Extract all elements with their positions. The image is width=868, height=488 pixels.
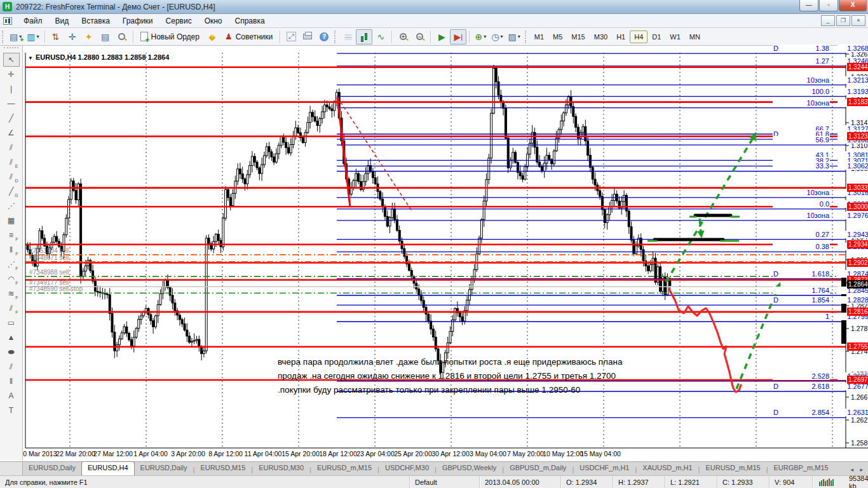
chart-tab-eurusd-m15[interactable]: EURUSD,M15 xyxy=(194,462,251,475)
chart-canvas[interactable] xyxy=(0,0,868,488)
timeframe-mn-button[interactable]: MN xyxy=(685,30,705,43)
text-tool[interactable]: A xyxy=(3,389,20,403)
menu-вид[interactable]: Вид xyxy=(49,15,76,27)
periods-button[interactable]: ◷▾ xyxy=(489,29,505,44)
fib-level-label: D1.381.3268 xyxy=(773,44,868,52)
data-window-button[interactable]: ✛ xyxy=(64,29,81,44)
horizontal-line-tool[interactable]: — xyxy=(3,97,20,111)
fibo-retracement-tool[interactable]: ≡F xyxy=(3,228,20,242)
timeframe-d1-button[interactable]: D1 xyxy=(648,30,665,43)
price-axis-tick: 1.2627 xyxy=(851,416,868,424)
order-line-label: #7348590 sell stop xyxy=(29,285,83,292)
rectangle-icon: ▭ xyxy=(8,318,15,327)
chart-tab-usdchf-m30[interactable]: USDCHF,M30 xyxy=(379,462,435,475)
chart-tab-eurusd-m30[interactable]: EURUSD,M30 xyxy=(253,462,309,475)
templates-button[interactable]: ▨▾ xyxy=(506,29,523,44)
expert-advisors-button[interactable]: ♟ Советники xyxy=(220,29,277,44)
stddev-channel-tool[interactable]: ⫽D xyxy=(3,170,20,184)
new-order-icon xyxy=(140,32,148,41)
terminal-button[interactable]: ▤ xyxy=(97,29,114,44)
menu-окно[interactable]: Окно xyxy=(198,15,229,27)
cursor-tool[interactable]: ↖ xyxy=(3,53,20,67)
trendline-tool[interactable]: ╱ xyxy=(3,111,20,125)
date-axis-label: 18 Apr 12:00 xyxy=(319,450,357,458)
zoom-out-button[interactable]: − xyxy=(411,29,428,44)
crosshair-tool[interactable]: ✛ xyxy=(3,67,20,81)
navigator-button[interactable]: ✦ xyxy=(81,29,97,44)
chart-tab-xauusd-m-h1[interactable]: XAUUSD_m,H1 xyxy=(637,462,698,475)
cycle-lines-tool[interactable]: ⫴ xyxy=(3,374,20,388)
menu-сервис[interactable]: Сервис xyxy=(159,15,198,27)
chart-tab-eurgbp-m-m15[interactable]: EURGBP_m,M15 xyxy=(768,462,834,475)
gann-grid-tool[interactable]: ▦ xyxy=(3,214,20,227)
equidistant-channel-tool[interactable]: ⫽E xyxy=(3,155,20,169)
triangle-tool[interactable]: ▲ xyxy=(3,330,20,344)
trend-by-angle-tool[interactable]: ∠ xyxy=(3,126,20,140)
strategy-tester-button[interactable] xyxy=(114,29,130,44)
parallel-lines-tool[interactable]: ⫽ xyxy=(3,360,20,374)
restore-button[interactable]: ▫ xyxy=(819,0,838,11)
gann-line-tool[interactable]: ╱G xyxy=(3,184,20,198)
text-label-tool[interactable]: T xyxy=(3,403,20,417)
new-chart-button[interactable]: ▤+▾ xyxy=(7,29,24,44)
linear-regression-channel-tool[interactable]: ⫽ xyxy=(3,140,20,154)
timeframe-m15-button[interactable]: M15 xyxy=(567,30,589,43)
timeframe-h4-button[interactable]: H4 xyxy=(630,30,648,43)
timeframe-m30-button[interactable]: M30 xyxy=(590,30,612,43)
menu-вставка[interactable]: Вставка xyxy=(75,15,116,27)
profiles-button[interactable]: ▥▾ xyxy=(24,29,41,44)
mdi-close-button[interactable]: × xyxy=(851,15,865,26)
chart-tab-usdchf-m-h1[interactable]: USDCHF_m,H1 xyxy=(574,462,635,475)
date-axis-label: 25 Apr 20:00 xyxy=(394,450,432,458)
auto-scroll-button[interactable]: ▶ xyxy=(433,29,450,44)
candlestick-chart-button[interactable] xyxy=(356,29,372,44)
candlestick-icon xyxy=(361,32,367,42)
fibo-channel-tool[interactable]: ⫽F xyxy=(3,301,20,315)
gann-fan-tool[interactable]: ⋰ xyxy=(3,199,20,213)
fibo-timezones-tool[interactable]: ⫴F xyxy=(3,243,20,257)
cycle-lines-icon: ⫴ xyxy=(10,377,13,386)
mdi-restore-button[interactable]: ❐ xyxy=(836,15,850,26)
chart-tab-gbpusd-m-daily[interactable]: GBPUSD_m,Daily xyxy=(504,462,572,475)
indicators-button[interactable]: ⊕▾ xyxy=(472,29,489,44)
status-profile[interactable]: Default xyxy=(410,476,480,488)
line-chart-button[interactable]: ∿ xyxy=(372,29,389,44)
menu-справка[interactable]: Справка xyxy=(229,15,271,27)
cursor-icon: ↖ xyxy=(8,55,14,64)
help-button[interactable]: ? xyxy=(316,29,332,44)
fullscreen-button[interactable]: ⤢ xyxy=(283,29,299,44)
chart-tab-eurusd-daily[interactable]: EURUSD,Daily xyxy=(23,462,81,475)
ohlc-toggle-icon[interactable]: ▼ xyxy=(28,55,33,61)
timeframe-w1-button[interactable]: W1 xyxy=(665,30,685,43)
mdi-minimize-button[interactable]: _ xyxy=(821,15,835,26)
chart-tab-eurusd-m-m15[interactable]: EURUSD_m,M15 xyxy=(311,462,377,475)
timeframe-h1-button[interactable]: H1 xyxy=(612,30,630,43)
fibo-fan-tool[interactable]: ⋰F xyxy=(3,257,20,271)
new-order-button[interactable]: Новый Ордер xyxy=(136,29,204,44)
rectangle-tool[interactable]: ▭ xyxy=(3,316,20,330)
chart-tab-gbpusd-weekly[interactable]: GBPUSD,Weekly xyxy=(437,462,502,475)
menu-графики[interactable]: Графики xyxy=(116,15,159,27)
close-button[interactable]: X xyxy=(839,0,867,11)
vertical-line-tool[interactable]: | xyxy=(3,82,20,96)
market-watch-button[interactable]: ⇅ xyxy=(48,29,64,44)
tab-scroll-arrows[interactable]: ◂ ▸ xyxy=(850,466,865,473)
menu-файл[interactable]: Файл xyxy=(17,15,49,27)
timeframe-m1-button[interactable]: M1 xyxy=(530,30,548,43)
zoom-in-button[interactable]: + xyxy=(395,29,411,44)
fibo-arcs-tool[interactable]: ◠F xyxy=(3,272,20,286)
fib-level-label: 10зона1.2976 xyxy=(773,212,868,219)
ellipse-tool[interactable]: ⬬ xyxy=(3,345,20,359)
metaeditor-button[interactable]: ◆ xyxy=(204,29,220,44)
chart-tab-eurusd-h4[interactable]: EURUSD,H4 xyxy=(81,461,135,475)
chart-shift-button[interactable]: ▶| xyxy=(450,29,466,44)
chart-tab-eurusd-m-m15[interactable]: EURUSD_m,M15 xyxy=(700,462,766,475)
minimize-button[interactable]: — xyxy=(799,0,818,11)
chart-tab-eurusd-daily[interactable]: EURUSD,Daily xyxy=(135,462,193,475)
fibo-expansion-tool[interactable]: ≋F xyxy=(3,287,20,301)
chart-window-icon[interactable] xyxy=(3,17,12,25)
print-button[interactable] xyxy=(299,29,316,44)
timeframe-m5-button[interactable]: M5 xyxy=(548,30,567,43)
bar-chart-button[interactable]: 𝄙 xyxy=(339,29,356,44)
drawing-toolbar: ↖✛|—╱∠⫽⫽E⫽D╱G⋰▦≡F⫴F⋰F◠F≋F⫽F▭▲⬬⫽⫴AT xyxy=(0,46,23,460)
